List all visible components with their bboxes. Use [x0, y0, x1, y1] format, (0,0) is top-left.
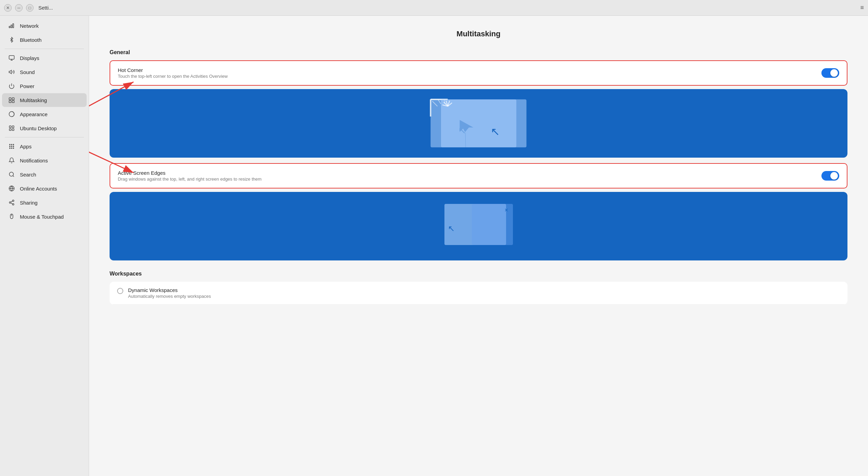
sidebar-item-search[interactable]: Search: [2, 168, 87, 181]
window-title: Setti...: [38, 5, 53, 11]
appearance-icon: [8, 111, 15, 118]
svg-point-31: [12, 204, 14, 205]
svg-rect-8: [9, 98, 11, 100]
sidebar-label-ubuntu-desktop: Ubuntu Desktop: [20, 125, 57, 131]
active-edges-desc: Drag windows against the top, left, and …: [118, 176, 262, 182]
svg-point-21: [11, 146, 12, 147]
sidebar-item-online-accounts[interactable]: Online Accounts: [2, 182, 87, 195]
active-edges-svg: ✕ ↖: [438, 199, 520, 254]
sidebar-label-mouse-touchpad: Mouse & Touchpad: [20, 214, 64, 220]
sidebar-item-mouse-touchpad[interactable]: Mouse & Touchpad: [2, 210, 87, 223]
active-edges-preview-area: ✕ ↖: [110, 192, 847, 260]
sidebar-label-power: Power: [20, 83, 35, 89]
notifications-icon: [8, 157, 15, 164]
dynamic-workspaces-desc: Automatically removes empty workspaces: [128, 294, 211, 299]
dynamic-workspaces-radio[interactable]: [117, 288, 123, 294]
hot-corner-text: Hot Corner Touch the top-left corner to …: [118, 67, 228, 79]
workspaces-section: Workspaces Dynamic Workspaces Automatica…: [110, 271, 847, 305]
sidebar-label-apps: Apps: [20, 144, 32, 149]
svg-rect-10: [9, 101, 11, 103]
sidebar-item-network[interactable]: Network: [2, 19, 87, 33]
sidebar-item-sound[interactable]: Sound: [2, 65, 87, 79]
app-container: Network Bluetooth Displays Sound P: [0, 16, 868, 476]
sidebar-divider-2: [5, 137, 84, 137]
svg-rect-1: [11, 25, 12, 28]
search-icon: [8, 171, 15, 178]
active-edges-row: Active Screen Edges Drag windows against…: [110, 164, 847, 188]
svg-rect-0: [9, 26, 10, 28]
svg-rect-13: [9, 126, 11, 127]
svg-rect-15: [9, 129, 11, 131]
online-accounts-icon: [8, 185, 15, 192]
power-icon: [8, 83, 15, 89]
svg-line-27: [13, 175, 14, 176]
sidebar-label-notifications: Notifications: [20, 158, 48, 163]
dynamic-workspaces-row: Dynamic Workspaces Automatically removes…: [110, 282, 847, 305]
page-title: Multitasking: [110, 29, 847, 38]
svg-text:↖: ↖: [491, 125, 500, 138]
active-edges-preview-card: ✕ ↖: [110, 192, 847, 260]
ubuntu-icon: [8, 125, 15, 132]
sidebar-item-apps[interactable]: Apps: [2, 139, 87, 153]
sidebar-label-sound: Sound: [20, 69, 35, 75]
sidebar-item-power[interactable]: Power: [2, 79, 87, 93]
svg-point-26: [9, 172, 13, 176]
workspaces-card: Dynamic Workspaces Automatically removes…: [110, 282, 847, 305]
menu-icon[interactable]: ≡: [860, 4, 864, 11]
main-content: Multitasking General Hot Corner Touch th…: [89, 16, 868, 476]
close-button[interactable]: ✕: [4, 4, 12, 12]
hot-corner-toggle[interactable]: [821, 68, 839, 78]
sound-icon: [8, 69, 15, 75]
svg-rect-44: [441, 99, 516, 147]
svg-point-20: [10, 146, 10, 147]
dynamic-workspaces-label: Dynamic Workspaces: [128, 287, 211, 293]
mouse-icon: [8, 213, 15, 220]
svg-rect-11: [12, 101, 14, 103]
sidebar-item-displays[interactable]: Displays: [2, 51, 87, 65]
hot-corner-row: Hot Corner Touch the top-left corner to …: [110, 61, 847, 85]
apps-icon: [8, 143, 15, 150]
hot-corner-preview-area: ↖: [110, 89, 847, 158]
general-section-title: General: [110, 49, 847, 56]
sidebar-label-multitasking: Multitasking: [20, 97, 47, 103]
sidebar-label-bluetooth: Bluetooth: [20, 37, 41, 43]
hot-corner-preview-card: ↖: [110, 89, 847, 158]
svg-point-17: [10, 144, 10, 145]
maximize-button[interactable]: □: [26, 4, 34, 12]
sidebar-divider-1: [5, 49, 84, 49]
svg-text:✕: ✕: [504, 207, 508, 213]
sidebar-label-search: Search: [20, 172, 36, 178]
sidebar-item-ubuntu-desktop[interactable]: Ubuntu Desktop: [2, 121, 87, 135]
svg-point-23: [10, 148, 10, 148]
sidebar-label-sharing: Sharing: [20, 200, 38, 206]
sidebar-item-sharing[interactable]: Sharing: [2, 196, 87, 209]
svg-point-18: [11, 144, 12, 145]
minimize-button[interactable]: ─: [15, 4, 23, 12]
sidebar-label-appearance: Appearance: [20, 111, 48, 117]
sidebar-item-multitasking[interactable]: Multitasking: [2, 93, 87, 107]
hot-corner-label: Hot Corner: [118, 67, 228, 73]
sidebar-label-displays: Displays: [20, 55, 39, 61]
svg-point-29: [12, 200, 14, 202]
svg-rect-3: [9, 56, 14, 59]
multitasking-icon: [8, 97, 15, 103]
active-edges-toggle[interactable]: [821, 171, 839, 181]
sidebar-item-appearance[interactable]: Appearance: [2, 107, 87, 121]
svg-rect-9: [12, 98, 14, 100]
bluetooth-icon: [8, 36, 15, 43]
svg-line-33: [11, 201, 12, 202]
titlebar: ✕ ─ □ Setti... ≡: [0, 0, 868, 16]
svg-rect-16: [12, 129, 14, 131]
svg-line-32: [11, 203, 12, 204]
active-edges-card: Active Screen Edges Drag windows against…: [110, 163, 847, 188]
sidebar-label-online-accounts: Online Accounts: [20, 186, 57, 192]
active-edges-text: Active Screen Edges Drag windows against…: [118, 170, 262, 182]
network-icon: [8, 22, 15, 29]
active-edges-label: Active Screen Edges: [118, 170, 262, 176]
sidebar-item-bluetooth[interactable]: Bluetooth: [2, 33, 87, 47]
sidebar-item-notifications[interactable]: Notifications: [2, 154, 87, 167]
svg-point-24: [11, 148, 12, 148]
hot-corner-desc: Touch the top-left corner to open the Ac…: [118, 74, 228, 79]
svg-rect-2: [13, 24, 14, 28]
general-section: General Hot Corner Touch the top-left co…: [110, 49, 847, 260]
